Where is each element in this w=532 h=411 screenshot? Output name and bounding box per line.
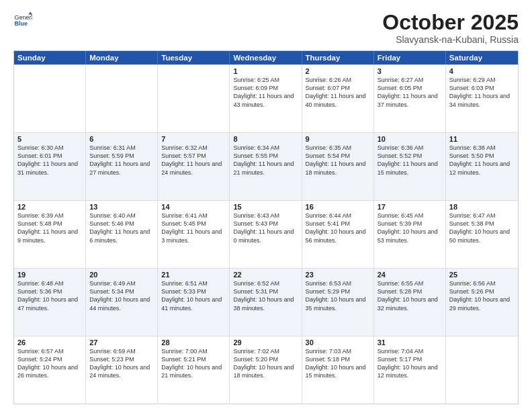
cell-info: Sunrise: 6:30 AM Sunset: 6:01 PM Dayligh…	[17, 144, 82, 177]
cell-info: Sunrise: 6:25 AM Sunset: 6:09 PM Dayligh…	[233, 76, 298, 109]
cal-cell: 26Sunrise: 6:57 AM Sunset: 5:24 PM Dayli…	[14, 336, 86, 404]
day-number: 23	[306, 271, 370, 279]
cal-cell: 4Sunrise: 6:29 AM Sunset: 6:03 PM Daylig…	[446, 65, 518, 132]
cal-cell: 7Sunrise: 6:32 AM Sunset: 5:57 PM Daylig…	[158, 133, 230, 200]
cal-cell: 5Sunrise: 6:30 AM Sunset: 6:01 PM Daylig…	[14, 133, 86, 200]
cal-cell: 8Sunrise: 6:34 AM Sunset: 5:55 PM Daylig…	[230, 133, 302, 200]
cal-cell: 11Sunrise: 6:38 AM Sunset: 5:50 PM Dayli…	[446, 133, 518, 200]
cal-cell: 29Sunrise: 7:02 AM Sunset: 5:20 PM Dayli…	[230, 336, 302, 404]
cell-info: Sunrise: 6:27 AM Sunset: 6:05 PM Dayligh…	[378, 76, 442, 109]
day-number: 4	[449, 67, 515, 75]
cal-header-sunday: Sunday	[14, 51, 86, 64]
cell-info: Sunrise: 6:31 AM Sunset: 5:59 PM Dayligh…	[89, 144, 154, 177]
cell-info: Sunrise: 6:41 AM Sunset: 5:45 PM Dayligh…	[161, 212, 226, 244]
cell-info: Sunrise: 6:48 AM Sunset: 5:36 PM Dayligh…	[17, 279, 82, 312]
title-block: October 2025 Slavyansk-na-Kubani, Russia	[382, 11, 519, 45]
cal-cell	[86, 65, 158, 132]
day-number: 16	[306, 203, 370, 211]
cal-header-saturday: Saturday	[446, 51, 518, 64]
day-number: 15	[233, 203, 298, 211]
day-number: 11	[449, 135, 515, 143]
cell-info: Sunrise: 6:26 AM Sunset: 6:07 PM Dayligh…	[306, 76, 370, 109]
cal-header-thursday: Thursday	[302, 51, 374, 64]
day-number: 18	[449, 203, 515, 211]
cal-cell: 18Sunrise: 6:47 AM Sunset: 5:38 PM Dayli…	[446, 201, 518, 268]
day-number: 17	[378, 203, 442, 211]
svg-text:Blue: Blue	[14, 20, 28, 27]
cal-cell: 17Sunrise: 6:45 AM Sunset: 5:39 PM Dayli…	[374, 201, 446, 268]
cal-cell: 20Sunrise: 6:49 AM Sunset: 5:34 PM Dayli…	[86, 269, 158, 336]
subtitle: Slavyansk-na-Kubani, Russia	[382, 34, 519, 45]
cell-info: Sunrise: 6:59 AM Sunset: 5:23 PM Dayligh…	[89, 347, 154, 380]
cal-header-friday: Friday	[374, 51, 446, 64]
cal-cell: 2Sunrise: 6:26 AM Sunset: 6:07 PM Daylig…	[302, 65, 374, 132]
cell-info: Sunrise: 7:03 AM Sunset: 5:18 PM Dayligh…	[306, 347, 370, 380]
cal-cell: 10Sunrise: 6:36 AM Sunset: 5:52 PM Dayli…	[374, 133, 446, 200]
cal-cell: 24Sunrise: 6:55 AM Sunset: 5:28 PM Dayli…	[374, 269, 446, 336]
header: General Blue October 2025 Slavyansk-na-K…	[13, 11, 519, 45]
cal-cell: 13Sunrise: 6:40 AM Sunset: 5:46 PM Dayli…	[86, 201, 158, 268]
cal-cell	[14, 65, 86, 132]
cal-row-2: 12Sunrise: 6:39 AM Sunset: 5:48 PM Dayli…	[14, 200, 518, 268]
day-number: 20	[89, 271, 154, 279]
cal-row-0: 1Sunrise: 6:25 AM Sunset: 6:09 PM Daylig…	[14, 64, 518, 132]
cell-info: Sunrise: 6:47 AM Sunset: 5:38 PM Dayligh…	[449, 212, 515, 244]
cell-info: Sunrise: 6:34 AM Sunset: 5:55 PM Dayligh…	[233, 144, 298, 177]
cell-info: Sunrise: 7:04 AM Sunset: 5:17 PM Dayligh…	[378, 347, 442, 380]
day-number: 13	[89, 203, 154, 211]
cell-info: Sunrise: 6:32 AM Sunset: 5:57 PM Dayligh…	[161, 144, 226, 177]
day-number: 1	[233, 67, 298, 75]
cal-cell: 6Sunrise: 6:31 AM Sunset: 5:59 PM Daylig…	[86, 133, 158, 200]
cell-info: Sunrise: 6:56 AM Sunset: 5:26 PM Dayligh…	[449, 279, 515, 312]
cell-info: Sunrise: 6:44 AM Sunset: 5:41 PM Dayligh…	[306, 212, 370, 244]
cell-info: Sunrise: 7:00 AM Sunset: 5:21 PM Dayligh…	[161, 347, 226, 380]
cal-cell: 16Sunrise: 6:44 AM Sunset: 5:41 PM Dayli…	[302, 201, 374, 268]
cell-info: Sunrise: 6:39 AM Sunset: 5:48 PM Dayligh…	[17, 212, 82, 244]
cell-info: Sunrise: 6:45 AM Sunset: 5:39 PM Dayligh…	[378, 212, 442, 244]
cal-header-tuesday: Tuesday	[158, 51, 230, 64]
cell-info: Sunrise: 6:40 AM Sunset: 5:46 PM Dayligh…	[89, 212, 154, 244]
cal-cell: 19Sunrise: 6:48 AM Sunset: 5:36 PM Dayli…	[14, 269, 86, 336]
day-number: 3	[378, 67, 442, 75]
day-number: 6	[89, 135, 154, 143]
cell-info: Sunrise: 6:53 AM Sunset: 5:29 PM Dayligh…	[306, 279, 370, 312]
cell-info: Sunrise: 6:49 AM Sunset: 5:34 PM Dayligh…	[89, 279, 154, 312]
cal-cell: 9Sunrise: 6:35 AM Sunset: 5:54 PM Daylig…	[302, 133, 374, 200]
svg-marker-2	[28, 11, 32, 14]
cal-cell: 12Sunrise: 6:39 AM Sunset: 5:48 PM Dayli…	[14, 201, 86, 268]
cell-info: Sunrise: 6:38 AM Sunset: 5:50 PM Dayligh…	[449, 144, 515, 177]
day-number: 9	[306, 135, 370, 143]
calendar-body: 1Sunrise: 6:25 AM Sunset: 6:09 PM Daylig…	[14, 64, 518, 404]
cal-cell: 21Sunrise: 6:51 AM Sunset: 5:33 PM Dayli…	[158, 269, 230, 336]
day-number: 14	[161, 203, 226, 211]
day-number: 8	[233, 135, 298, 143]
cal-cell: 1Sunrise: 6:25 AM Sunset: 6:09 PM Daylig…	[230, 65, 302, 132]
cal-cell: 31Sunrise: 7:04 AM Sunset: 5:17 PM Dayli…	[374, 336, 446, 404]
day-number: 30	[306, 338, 370, 347]
cell-info: Sunrise: 6:57 AM Sunset: 5:24 PM Dayligh…	[17, 347, 82, 380]
cal-cell: 27Sunrise: 6:59 AM Sunset: 5:23 PM Dayli…	[86, 336, 158, 404]
day-number: 25	[449, 271, 515, 279]
cal-cell: 22Sunrise: 6:52 AM Sunset: 5:31 PM Dayli…	[230, 269, 302, 336]
logo: General Blue	[13, 11, 34, 30]
cal-row-4: 26Sunrise: 6:57 AM Sunset: 5:24 PM Dayli…	[14, 336, 518, 404]
day-number: 21	[161, 271, 226, 279]
page: General Blue October 2025 Slavyansk-na-K…	[0, 0, 532, 411]
cell-info: Sunrise: 6:29 AM Sunset: 6:03 PM Dayligh…	[449, 76, 515, 109]
cal-cell	[158, 65, 230, 132]
cal-row-1: 5Sunrise: 6:30 AM Sunset: 6:01 PM Daylig…	[14, 132, 518, 200]
cal-row-3: 19Sunrise: 6:48 AM Sunset: 5:36 PM Dayli…	[14, 268, 518, 336]
cell-info: Sunrise: 6:35 AM Sunset: 5:54 PM Dayligh…	[306, 144, 370, 177]
day-number: 19	[17, 271, 82, 279]
cell-info: Sunrise: 6:52 AM Sunset: 5:31 PM Dayligh…	[233, 279, 298, 312]
cal-cell: 3Sunrise: 6:27 AM Sunset: 6:05 PM Daylig…	[374, 65, 446, 132]
cal-cell: 23Sunrise: 6:53 AM Sunset: 5:29 PM Dayli…	[302, 269, 374, 336]
svg-text:General: General	[14, 14, 32, 21]
cal-cell: 28Sunrise: 7:00 AM Sunset: 5:21 PM Dayli…	[158, 336, 230, 404]
cal-header-monday: Monday	[86, 51, 158, 64]
day-number: 5	[17, 135, 82, 143]
calendar: SundayMondayTuesdayWednesdayThursdayFrid…	[13, 50, 519, 404]
day-number: 27	[89, 338, 154, 347]
logo-icon: General Blue	[13, 11, 32, 30]
cal-cell: 30Sunrise: 7:03 AM Sunset: 5:18 PM Dayli…	[302, 336, 374, 404]
